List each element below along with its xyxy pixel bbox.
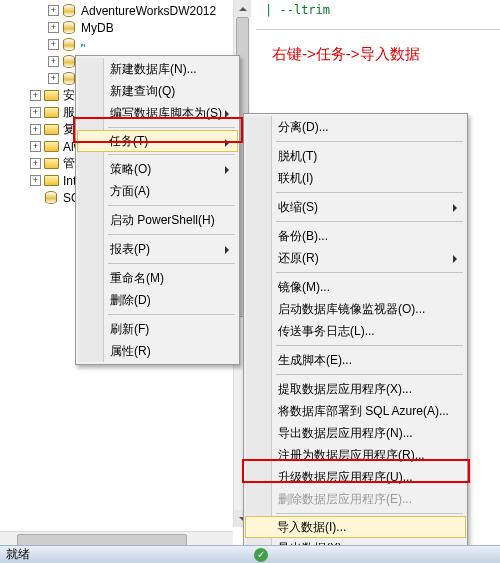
expand-toggle[interactable]: + [30,175,41,186]
tree-item-label: MyDB [81,21,114,35]
database-icon [44,191,60,205]
menu-item[interactable]: 方面(A) [78,180,237,202]
menu-item[interactable]: 导入数据(I)... [245,516,466,538]
tree-item[interactable]: + [0,36,246,53]
menu-item[interactable]: 镜像(M)... [246,276,465,298]
menu-separator [108,263,235,264]
tree-item[interactable]: +MyDB [0,19,246,36]
menu-separator [276,221,463,222]
menu-separator [108,154,235,155]
status-ok-icon: ✓ [254,548,268,562]
status-text: 就绪 [6,547,30,561]
tasks-submenu[interactable]: 分离(D)...脱机(T)联机(I)收缩(S)备份(B)...还原(R)镜像(M… [243,113,468,563]
menu-separator [108,205,235,206]
menu-item[interactable]: 任务(T) [77,130,238,152]
folder-icon [44,123,60,137]
menu-item[interactable]: 编写数据库脚本为(S) [78,102,237,124]
menu-item[interactable]: 联机(I) [246,167,465,189]
expand-toggle[interactable]: + [48,5,59,16]
folder-icon [44,89,60,103]
database-context-menu[interactable]: 新建数据库(N)...新建查询(Q)编写数据库脚本为(S)任务(T)策略(O)方… [75,55,240,365]
tree-item-label [81,44,85,46]
status-bar: ✓ 就绪 [0,545,500,563]
menu-item[interactable]: 升级数据层应用程序(U)... [246,466,465,488]
tree-item-label: AdventureWorksDW2012 [81,4,216,18]
database-icon [62,21,78,35]
menu-separator [276,141,463,142]
folder-icon [44,174,60,188]
menu-item[interactable]: 传送事务日志(L)... [246,320,465,342]
folder-icon [44,157,60,171]
menu-item[interactable]: 启动 PowerShell(H) [78,209,237,231]
menu-item[interactable]: 报表(P) [78,238,237,260]
menu-separator [276,513,463,514]
code-preview: | --ltrim [265,3,330,17]
menu-separator [108,314,235,315]
menu-item[interactable]: 刷新(F) [78,318,237,340]
menu-item[interactable]: 分离(D)... [246,116,465,138]
expand-toggle[interactable]: + [48,39,59,50]
menu-item[interactable]: 重命名(M) [78,267,237,289]
menu-item[interactable]: 新建数据库(N)... [78,58,237,80]
expand-toggle[interactable]: + [48,22,59,33]
expand-toggle[interactable]: + [30,107,41,118]
menu-item[interactable]: 还原(R) [246,247,465,269]
expand-toggle[interactable]: + [30,90,41,101]
menu-item: 删除数据层应用程序(E)... [246,488,465,510]
folder-icon [44,140,60,154]
menu-item[interactable]: 启动数据库镜像监视器(O)... [246,298,465,320]
menu-item[interactable]: 导出数据层应用程序(N)... [246,422,465,444]
menu-item[interactable]: 提取数据层应用程序(X)... [246,378,465,400]
tree-item[interactable]: +AdventureWorksDW2012 [0,2,246,19]
menu-separator [276,374,463,375]
database-icon [62,38,78,52]
menu-item[interactable]: 将数据库部署到 SQL Azure(A)... [246,400,465,422]
expand-toggle[interactable]: + [48,56,59,67]
menu-separator [276,345,463,346]
menu-item[interactable]: 生成脚本(E)... [246,349,465,371]
expand-toggle[interactable]: + [30,158,41,169]
menu-separator [276,272,463,273]
expand-toggle[interactable]: + [48,73,59,84]
expand-toggle[interactable]: + [30,124,41,135]
menu-item[interactable]: 删除(D) [78,289,237,311]
instruction-annotation: 右键->任务->导入数据 [272,45,420,64]
menu-item[interactable]: 策略(O) [78,158,237,180]
menu-item[interactable]: 收缩(S) [246,196,465,218]
menu-separator [108,234,235,235]
menu-item[interactable]: 备份(B)... [246,225,465,247]
menu-separator [108,127,235,128]
menu-item[interactable]: 注册为数据层应用程序(R)... [246,444,465,466]
menu-item[interactable]: 新建查询(Q) [78,80,237,102]
menu-item[interactable]: 脱机(T) [246,145,465,167]
scroll-up-button[interactable] [234,0,251,17]
menu-separator [276,192,463,193]
database-icon [62,4,78,18]
expand-toggle[interactable]: + [30,141,41,152]
folder-icon [44,106,60,120]
menu-item[interactable]: 属性(R) [78,340,237,362]
